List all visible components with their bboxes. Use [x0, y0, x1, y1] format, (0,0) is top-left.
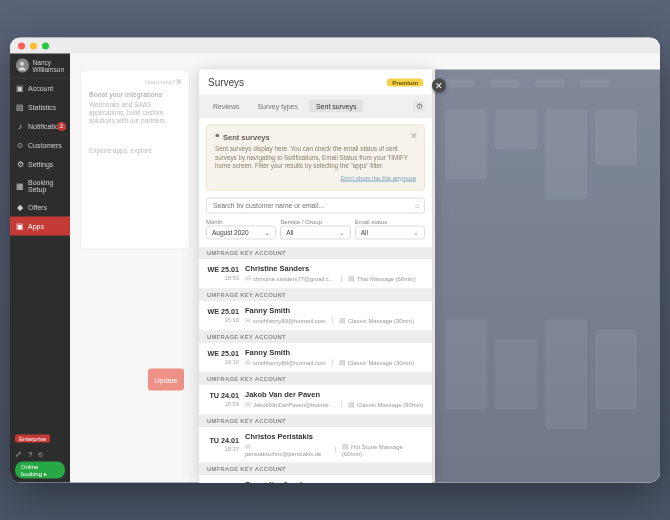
date-cell: TU 24.01 16:37 — [207, 481, 239, 483]
update-button[interactable]: Update — [148, 369, 184, 391]
survey-row[interactable]: TU 24.01 18:37 Christos Peristakis ✉peri… — [199, 426, 432, 462]
row-meta: ✉smithfanny89@hotmail.com ▤Classic Massa… — [245, 316, 424, 324]
help-icon[interactable]: ? — [28, 450, 32, 459]
sidebar-item-label: Settings — [28, 161, 53, 168]
date-cell: WE 25.01 16:10 — [207, 349, 239, 365]
dismiss-banner-button[interactable]: ✕ — [410, 131, 418, 141]
sidebar-footer: Enterprise ⤢ ? ⎋ Online booking ▸ — [10, 431, 70, 483]
sidebar-item-account[interactable]: ▣Account — [10, 79, 70, 98]
sidebar-item-settings[interactable]: ⚙Settings — [10, 155, 70, 174]
traffic-light-close[interactable] — [18, 42, 25, 49]
mail-icon: ✉ — [245, 400, 251, 407]
banner-body: Sent surveys display here. You can check… — [215, 145, 416, 171]
online-booking-toggle[interactable]: Online booking ▸ — [15, 462, 65, 479]
date-cell: WE 25.01 15:10 — [207, 307, 239, 323]
calendar-backdrop — [435, 70, 660, 483]
survey-row[interactable]: WE 25.01 18:53 Christine Sanders ✉christ… — [199, 258, 432, 288]
group-header: UMFRAGE KEY ACCOUNT — [199, 246, 432, 258]
tab-sent-surveys[interactable]: Sent surveys — [309, 100, 363, 113]
tab-survey-types[interactable]: Survey types — [250, 100, 304, 113]
tab-reviews[interactable]: Reviews — [206, 100, 246, 113]
chevron-down-icon: ⌄ — [339, 228, 345, 236]
help-card-title: Boost your integrations — [89, 91, 181, 98]
surveys-panel: ✕ Surveys Premium Reviews Survey types S… — [198, 70, 433, 483]
logout-icon[interactable]: ⎋ — [38, 450, 43, 459]
customer-name: Samantha Jacobs — [245, 479, 424, 482]
filters: Month August 2020⌄ Service / Group All⌄ … — [206, 218, 425, 239]
panel-title: Surveys — [208, 77, 244, 88]
help-card-body: Webhooks and SAAS applications, build cu… — [89, 101, 181, 125]
chevron-down-icon: ⌄ — [264, 228, 270, 236]
date-cell: WE 25.01 18:53 — [207, 265, 239, 281]
group-header: UMFRAGE KEY ACCOUNT — [199, 462, 432, 474]
filter-label: Month — [206, 218, 276, 224]
sidebar-item-apps[interactable]: ▣Apps — [10, 217, 70, 236]
tag-icon: ◆ — [16, 203, 24, 212]
survey-list[interactable]: UMFRAGE KEY ACCOUNT WE 25.01 18:53 Chris… — [199, 246, 432, 483]
app-window: Nancy Williamson ▣Account ▤Statistics ♪N… — [10, 38, 660, 483]
service-select[interactable]: All⌄ — [280, 225, 350, 239]
filter-status: Email status All⌄ — [355, 218, 425, 239]
enterprise-badge: Enterprise — [15, 435, 50, 443]
filter-label: Service / Group — [280, 218, 350, 224]
mail-icon: ✉ — [245, 442, 251, 449]
sidebar-item-customers[interactable]: ☺Customers — [10, 136, 70, 155]
mail-icon: ✉ — [245, 274, 251, 281]
calendar-setup-icon: ▦ — [16, 181, 24, 190]
panel-header: Surveys Premium — [199, 70, 432, 96]
service-icon: ▤ — [342, 442, 349, 449]
service-icon: ▤ — [348, 400, 355, 407]
bell-icon: ♪ — [16, 122, 24, 131]
service-icon: ▤ — [339, 358, 346, 365]
close-icon: ✕ — [435, 81, 443, 91]
mail-icon: ✉ — [245, 316, 251, 323]
apps-icon: ▣ — [16, 222, 24, 231]
gear-icon: ⚙ — [416, 102, 423, 111]
status-select[interactable]: All⌄ — [355, 225, 425, 239]
survey-row[interactable]: TU 24.01 18:53 Jakob Van der Paven ✉Jako… — [199, 384, 432, 414]
traffic-light-minimize[interactable] — [30, 42, 37, 49]
sidebar-item-statistics[interactable]: ▤Statistics — [10, 98, 70, 117]
row-meta: ✉peristakischris@peristakis.de ▤Hot Ston… — [245, 442, 424, 456]
close-icon[interactable]: ✕ — [175, 77, 183, 87]
panel-settings-button[interactable]: ⚙ — [413, 100, 425, 112]
sidebar-user[interactable]: Nancy Williamson — [10, 54, 70, 79]
survey-row[interactable]: TU 24.01 16:37 Samantha Jacobs ✉samjakob… — [199, 474, 432, 482]
date-cell: TU 24.01 18:37 — [207, 436, 239, 452]
month-select[interactable]: August 2020⌄ — [206, 225, 276, 239]
date-cell: TU 24.01 18:53 — [207, 391, 239, 407]
expand-sidebar-icon[interactable]: ⤢ — [15, 450, 22, 459]
group-header: UMFRAGE KEY ACCOUNT — [199, 372, 432, 384]
survey-row[interactable]: WE 25.01 15:10 Fanny Smith ✉smithfanny89… — [199, 300, 432, 330]
sidebar-item-offers[interactable]: ◆Offers — [10, 198, 70, 217]
svg-point-0 — [20, 62, 24, 66]
info-icon: ❝ — [215, 133, 219, 142]
banner-title: ❝Sent surveys — [215, 133, 416, 142]
mail-icon: ✉ — [245, 358, 251, 365]
customer-name: Jakob Van der Paven — [245, 389, 424, 398]
sidebar-item-notifications[interactable]: ♪Notifications2 — [10, 117, 70, 136]
filter-month: Month August 2020⌄ — [206, 218, 276, 239]
service-icon: ▤ — [339, 316, 346, 323]
need-help-label: Need help? ⍰ — [89, 79, 181, 85]
customer-name: Christos Peristakis — [245, 431, 424, 440]
traffic-light-zoom[interactable] — [42, 42, 49, 49]
search-icon[interactable]: ⌕ — [415, 201, 420, 210]
dont-show-link[interactable]: Don't show me this anymore — [215, 174, 416, 180]
help-card-cta: Explore apps, explore — [89, 147, 181, 154]
gear-icon: ⚙ — [16, 160, 24, 169]
group-header: UMFRAGE KEY ACCOUNT — [199, 330, 432, 342]
sidebar-item-booking-setup[interactable]: ▦Booking Setup — [10, 174, 70, 198]
search-input[interactable] — [206, 197, 425, 213]
survey-row[interactable]: WE 25.01 16:10 Fanny Smith ✉smithfanny89… — [199, 342, 432, 372]
sidebar-item-label: Statistics — [28, 104, 56, 111]
row-meta: ✉smithfanny89@hotmail.com ▤Classic Massa… — [245, 358, 424, 366]
sidebar-item-label: Customers — [28, 142, 62, 149]
chevron-down-icon: ⌄ — [413, 228, 419, 236]
close-panel-button[interactable]: ✕ — [432, 79, 446, 93]
customers-icon: ☺ — [16, 141, 24, 150]
window-titlebar — [10, 38, 660, 54]
group-header: UMFRAGE KEY ACCOUNT — [199, 288, 432, 300]
sidebar-item-label: Account — [28, 85, 53, 92]
help-card: ✕ Need help? ⍰ Boost your integrations W… — [80, 70, 190, 250]
